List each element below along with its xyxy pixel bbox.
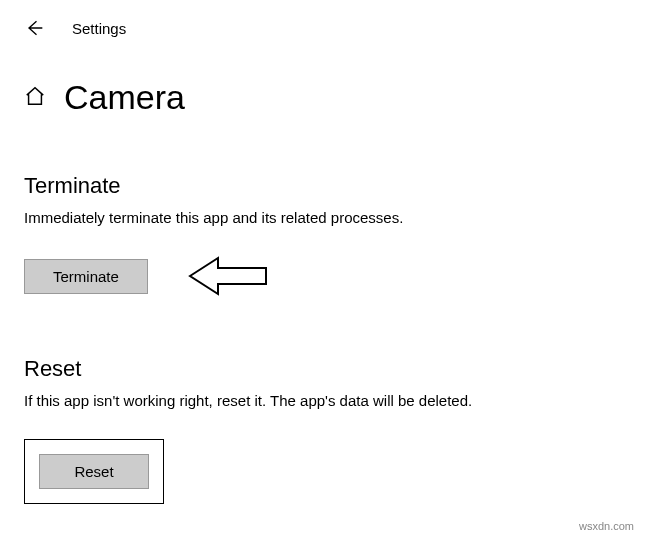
page-title: Camera xyxy=(64,78,185,117)
reset-highlight-box: Reset xyxy=(24,439,164,504)
pointer-arrow-icon xyxy=(188,256,268,296)
watermark: wsxdn.com xyxy=(579,520,634,532)
reset-description: If this app isn't working right, reset i… xyxy=(24,392,622,409)
reset-heading: Reset xyxy=(24,356,622,382)
back-arrow-icon[interactable] xyxy=(24,18,44,38)
reset-section: Reset If this app isn't working right, r… xyxy=(24,356,622,504)
terminate-section: Terminate Immediately terminate this app… xyxy=(24,173,622,296)
reset-button[interactable]: Reset xyxy=(39,454,149,489)
app-label: Settings xyxy=(72,20,126,37)
home-icon[interactable] xyxy=(24,85,46,111)
terminate-description: Immediately terminate this app and its r… xyxy=(24,209,622,226)
header: Settings xyxy=(24,18,622,38)
title-row: Camera xyxy=(24,78,622,117)
terminate-heading: Terminate xyxy=(24,173,622,199)
terminate-button[interactable]: Terminate xyxy=(24,259,148,294)
